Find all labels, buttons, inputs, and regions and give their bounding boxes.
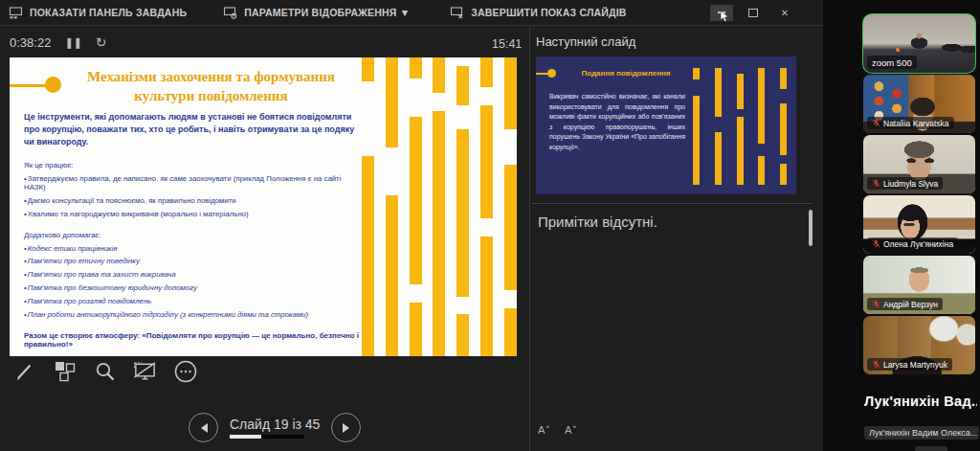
participant-label: Larysa Martynyuk [867,358,952,371]
list-item: Даємо консультації та пояснюємо, як прав… [24,196,361,205]
notes-font-controls: A˄ A˅ [538,424,577,437]
slide-extra-heading: Додатково допомагає: [24,231,361,239]
slide-sorter-icon [53,359,78,384]
slide-decoration-dot [547,69,556,78]
screen-toggle-icon [132,359,158,384]
slide-title: Механізми заохочення та формування культ… [65,68,357,105]
display-settings-icon [223,6,237,20]
black-screen-button[interactable] [132,358,158,384]
restart-timer-icon[interactable]: ↻ [96,34,107,50]
previous-arrow-icon [199,422,209,434]
participant-name: Олена Лук’янихіна [883,239,953,249]
participant-tile-larysa[interactable]: Larysa Martynyuk [863,316,975,374]
previous-slide-button[interactable] [189,413,218,442]
ellipsis-icon [173,359,198,384]
next-slide-title: Подання повідомлення [565,69,687,78]
pinned-participant-tag: Лук'янихін Вадим Олекса... [864,426,979,440]
slide-intro: Це інструменти, які допомагають людям в … [24,111,361,148]
slide-navigation: Слайд 19 із 45 [189,413,361,442]
next-slide-header: Наступний слайд [536,34,635,49]
end-slideshow-icon [450,6,464,20]
participant-tile-olena[interactable]: Олена Лук’янихіна [863,195,975,254]
next-slide-body: Викривач самостійно визначає, які канали… [549,92,685,152]
list-item: План роботи антикорупційного підрозділу … [24,310,361,319]
list-item: Пам’ятка про безкоштовну юридичну допомо… [24,283,361,292]
slide-progress-bar [230,435,304,439]
mic-muted-icon [872,360,880,369]
participant-name: zoom 500 [872,57,912,68]
elapsed-time: 0:38:22 [10,35,51,50]
pen-tool-button[interactable] [11,358,37,384]
timer-row: 0:38:22 ❚❚ ↻ [10,34,107,50]
participant-label: zoom 500 [867,56,917,69]
participant-tile-andrii[interactable]: Андрій Верзун [863,256,975,314]
mouse-cursor-icon [720,10,731,23]
slide-extra-list: Кодекс етики працівників Пам’ятки про ет… [24,244,361,320]
next-slide-preview: Подання повідомлення Викривач самостійно… [536,56,796,194]
magnifier-icon [93,359,118,384]
slide-how-list: Затверджуємо правила, де написано, як са… [24,174,361,218]
window-controls: ✕ [710,5,796,21]
participant-name: Nataliia Karvatska [883,119,949,128]
increase-font-button[interactable]: A˄ [538,424,550,437]
presenter-tools [11,358,198,384]
participant-tile-nataliia[interactable]: Nataliia Karvatska [863,75,975,133]
list-item: Затверджуємо правила, де написано, як са… [24,174,361,192]
slide-bar-pattern [693,68,787,185]
current-time: 15:41 [492,37,522,51]
notes-text: Примітки відсутні. [538,214,657,230]
participant-label: Liudmyla Slyva [867,177,943,190]
slide-decoration-line [10,84,47,87]
show-taskbar-button[interactable]: ПОКАЗАТИ ПАНЕЛЬ ЗАВДАНЬ [9,6,187,20]
notes-divider [532,203,812,204]
pause-timer-icon[interactable]: ❚❚ [64,36,81,49]
mic-muted-icon [872,179,880,188]
participant-label: Nataliia Karvatska [867,117,954,129]
slide-how-heading: Як це працює: [24,161,361,169]
slide-progress-fill [230,435,261,439]
slide-closing: Разом це створює атмосферу: «Повідомляти… [24,331,361,349]
list-item: Хвалимо та нагороджуємо викривачів (мора… [24,210,361,218]
restore-button[interactable] [742,5,765,21]
slide-counter-label: Слайд 19 із 45 [230,417,320,432]
presenter-toolbar: ПОКАЗАТИ ПАНЕЛЬ ЗАВДАНЬ ПАРАМЕТРИ ВІДОБР… [0,0,823,26]
see-all-slides-button[interactable] [52,358,78,384]
next-arrow-icon [342,422,351,434]
participant-name: Liudmyla Slyva [883,179,938,189]
close-button[interactable]: ✕ [773,5,796,21]
screen: ПОКАЗАТИ ПАНЕЛЬ ЗАВДАНЬ ПАРАМЕТРИ ВІДОБР… [0,0,980,451]
slide-body: Це інструменти, які допомагають людям в … [24,111,361,349]
participant-label: Олена Лук’янихіна [867,237,958,250]
list-item: Пам’ятки про права та захист викривача [24,270,361,279]
list-item: Кодекс етики працівників [24,244,361,253]
minimize-button[interactable] [710,5,733,21]
participant-label: Андрій Верзун [867,298,943,310]
current-slide[interactable]: Механізми заохочення та формування культ… [10,57,517,356]
end-slideshow-label: ЗАВЕРШИТИ ПОКАЗ СЛАЙДІВ [471,7,626,18]
notes-scrollbar[interactable] [809,210,813,246]
collapsed-chip [915,446,947,451]
list-item: Пам’ятки про етичну поведінку [24,257,361,265]
mic-muted-icon [872,239,880,248]
zoom-slide-button[interactable] [92,358,118,384]
display-settings-label: ПАРАМЕТРИ ВІДОБРАЖЕННЯ ▼ [244,7,410,18]
more-options-button[interactable] [172,358,198,384]
close-icon: ✕ [781,8,789,18]
next-slide-button[interactable] [331,413,361,442]
decrease-font-button[interactable]: A˅ [565,424,577,437]
pinned-participant-name: Лук'янихін Вад... [864,394,977,409]
slide-counter: Слайд 19 із 45 [230,417,320,439]
end-slideshow-button[interactable]: ЗАВЕРШИТИ ПОКАЗ СЛАЙДІВ [450,6,626,20]
participant-name: Андрій Верзун [883,300,938,309]
show-taskbar-label: ПОКАЗАТИ ПАНЕЛЬ ЗАВДАНЬ [30,7,187,18]
display-settings-button[interactable]: ПАРАМЕТРИ ВІДОБРАЖЕННЯ ▼ [223,6,410,20]
slide-bar-pattern [362,57,517,356]
taskbar-icon [9,6,23,20]
slide-decoration-dot [45,77,61,93]
participant-tile-liudmyla[interactable]: Liudmyla Slyva [863,135,975,193]
pane-divider[interactable] [529,26,530,451]
mic-muted-icon [872,300,880,308]
list-item: Пам’ятка про розгляд повідомлень [24,297,361,305]
participant-tile-zoom500[interactable]: zoom 500 [863,14,975,73]
mic-muted-icon [872,119,880,127]
